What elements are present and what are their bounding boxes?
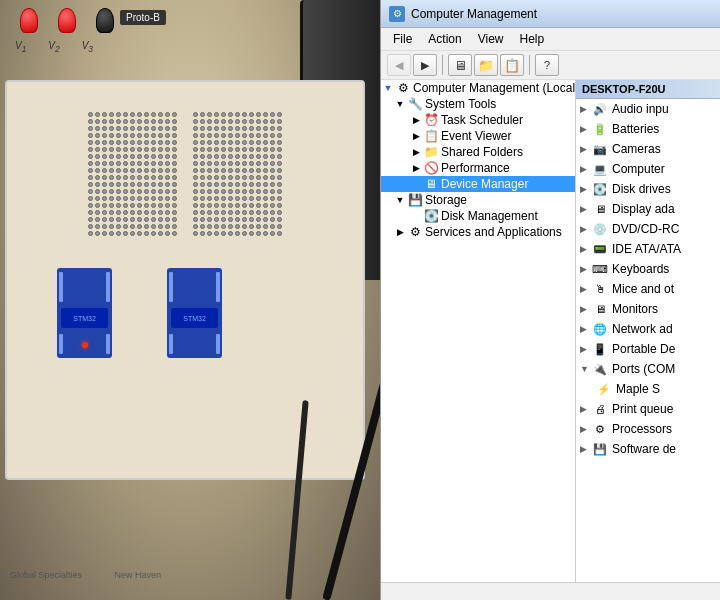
tree-storage[interactable]: ▼ 💾 Storage	[381, 192, 575, 208]
tree-disk-management[interactable]: 💽 Disk Management	[381, 208, 575, 224]
system-tools-arrow[interactable]: ▼	[393, 97, 407, 111]
device-icon: 🔌	[592, 361, 608, 377]
device-item[interactable]: ▶ 📷 Cameras	[576, 139, 720, 159]
title-bar: ⚙ Computer Management	[381, 0, 720, 28]
tree-performance[interactable]: ▶ 🚫 Performance	[381, 160, 575, 176]
folder-button[interactable]: 📁	[474, 54, 498, 76]
device-item[interactable]: ▶ 💻 Computer	[576, 159, 720, 179]
tree-system-tools[interactable]: ▼ 🔧 System Tools	[381, 96, 575, 112]
tree-shared-folders[interactable]: ▶ 📁 Shared Folders	[381, 144, 575, 160]
proto-label: Proto-B	[120, 10, 166, 25]
device-item[interactable]: ▶ 🌐 Network ad	[576, 319, 720, 339]
device-label: Software de	[612, 442, 676, 456]
device-item[interactable]: ▶ 🔊 Audio inpu	[576, 99, 720, 119]
device-icon: 💽	[592, 181, 608, 197]
device-item[interactable]: ▶ 💽 Disk drives	[576, 179, 720, 199]
tree-task-scheduler[interactable]: ▶ ⏰ Task Scheduler	[381, 112, 575, 128]
device-arrow: ▶	[580, 244, 592, 254]
device-item[interactable]: ▶ 💿 DVD/CD-RC	[576, 219, 720, 239]
photo-panel: Proto-B // Will be generated by JS below…	[0, 0, 380, 600]
device-icon: 🖥	[592, 201, 608, 217]
help-button[interactable]: ?	[535, 54, 559, 76]
device-arrow: ▶	[580, 444, 592, 454]
services-icon: ⚙	[407, 225, 423, 239]
device-item[interactable]: ▶ 🖥 Monitors	[576, 299, 720, 319]
device-label: Disk drives	[612, 182, 671, 196]
device-item[interactable]: ▶ 🖥 Display ada	[576, 199, 720, 219]
task-scheduler-label: Task Scheduler	[441, 113, 523, 127]
breadboard: // Will be generated by JS below STM32	[5, 80, 365, 480]
menu-view[interactable]: View	[474, 30, 508, 48]
device-label: Print queue	[612, 402, 673, 416]
storage-arrow[interactable]: ▼	[393, 193, 407, 207]
device-item[interactable]: ▶ 🔋 Batteries	[576, 119, 720, 139]
menu-help[interactable]: Help	[516, 30, 549, 48]
device-sub-item[interactable]: ⚡ Maple S	[576, 379, 720, 399]
device-arrow: ▼	[580, 364, 592, 374]
device-icon: 📟	[592, 241, 608, 257]
device-manager-icon: 🖥	[423, 177, 439, 191]
forward-button[interactable]: ▶	[413, 54, 437, 76]
root-icon: ⚙	[395, 81, 411, 95]
task-scheduler-arrow[interactable]: ▶	[409, 113, 423, 127]
plug-black-1	[96, 8, 114, 33]
window-title: Computer Management	[411, 7, 537, 21]
device-item[interactable]: ▶ ⌨ Keyboards	[576, 259, 720, 279]
main-content: ▼ ⚙ Computer Management (Local ▼ 🔧 Syste…	[381, 80, 720, 582]
menu-bar: File Action View Help	[381, 28, 720, 51]
device-arrow: ▶	[580, 204, 592, 214]
device-item[interactable]: ▼ 🔌 Ports (COM	[576, 359, 720, 379]
tree-device-manager[interactable]: 🖥 Device Manager	[381, 176, 575, 192]
services-arrow[interactable]: ▶	[393, 225, 407, 239]
device-icon: 💿	[592, 221, 608, 237]
device-list: ▶ 🔊 Audio inpu ▶ 🔋 Batteries ▶ 📷 Cameras…	[576, 99, 720, 459]
root-arrow[interactable]: ▼	[381, 81, 395, 95]
device-label: Processors	[612, 422, 672, 436]
device-icon: 🔊	[592, 101, 608, 117]
device-icon: ⌨	[592, 261, 608, 277]
back-button[interactable]: ◀	[387, 54, 411, 76]
device-arrow: ▶	[580, 264, 592, 274]
bottom-labels: Global Specialties New Haven	[10, 570, 161, 580]
performance-arrow[interactable]: ▶	[409, 161, 423, 175]
storage-icon: 💾	[407, 193, 423, 207]
menu-action[interactable]: Action	[424, 30, 465, 48]
performance-icon: 🚫	[423, 161, 439, 175]
device-manager-arrow[interactable]	[409, 177, 423, 191]
device-item[interactable]: ▶ 📟 IDE ATA/ATA	[576, 239, 720, 259]
device-arrow: ▶	[580, 284, 592, 294]
device-label: Portable De	[612, 342, 675, 356]
computer-button[interactable]: 🖥	[448, 54, 472, 76]
device-pane: DESKTOP-F20U ▶ 🔊 Audio inpu ▶ 🔋 Batterie…	[576, 80, 720, 582]
shared-folders-arrow[interactable]: ▶	[409, 145, 423, 159]
device-icon: ⚙	[592, 421, 608, 437]
properties-button[interactable]: 📋	[500, 54, 524, 76]
banana-plugs	[20, 8, 114, 33]
device-label: Mice and ot	[612, 282, 674, 296]
device-sub-label: Maple S	[616, 382, 660, 396]
led-red	[82, 342, 88, 348]
device-item[interactable]: ▶ 🖨 Print queue	[576, 399, 720, 419]
toolbar: ◀ ▶ 🖥 📁 📋 ?	[381, 51, 720, 80]
plug-red-2	[58, 8, 76, 33]
menu-file[interactable]: File	[389, 30, 416, 48]
device-label: Audio inpu	[612, 102, 669, 116]
device-icon: 📱	[592, 341, 608, 357]
device-item[interactable]: ▶ 💾 Software de	[576, 439, 720, 459]
device-item[interactable]: ▶ 📱 Portable De	[576, 339, 720, 359]
device-label: Display ada	[612, 202, 675, 216]
device-icon: 💻	[592, 161, 608, 177]
tree-services[interactable]: ▶ ⚙ Services and Applications	[381, 224, 575, 240]
disk-mgmt-arrow[interactable]	[409, 209, 423, 223]
device-item[interactable]: ▶ 🖱 Mice and ot	[576, 279, 720, 299]
tree-root[interactable]: ▼ ⚙ Computer Management (Local	[381, 80, 575, 96]
device-item[interactable]: ▶ ⚙ Processors	[576, 419, 720, 439]
root-label: Computer Management (Local	[413, 81, 575, 95]
tree-event-viewer[interactable]: ▶ 📋 Event Viewer	[381, 128, 575, 144]
device-label: Cameras	[612, 142, 661, 156]
device-label: Computer	[612, 162, 665, 176]
device-label: Monitors	[612, 302, 658, 316]
device-icon: 🖥	[592, 301, 608, 317]
device-icon: 🖨	[592, 401, 608, 417]
event-viewer-arrow[interactable]: ▶	[409, 129, 423, 143]
